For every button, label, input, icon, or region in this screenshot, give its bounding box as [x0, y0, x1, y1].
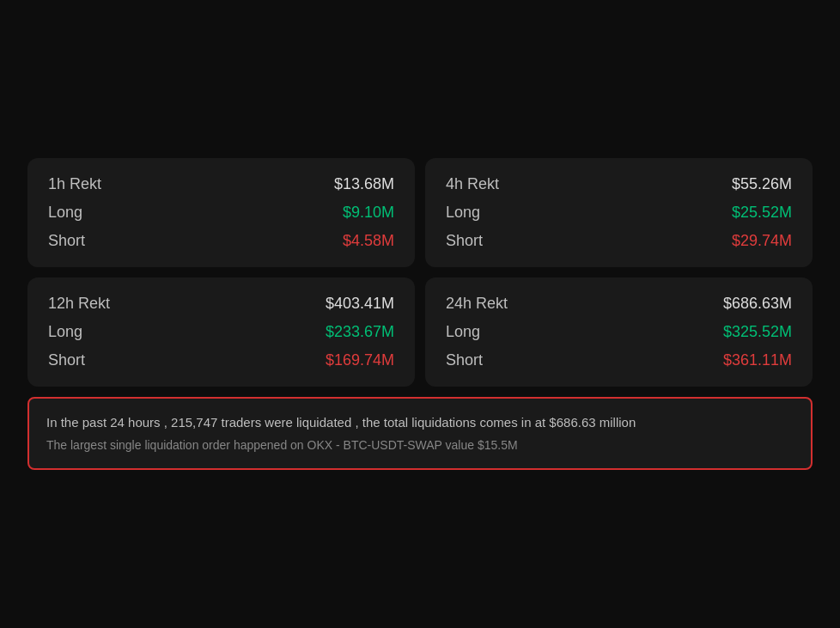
- card-4h-long-label: Long: [446, 204, 480, 222]
- card-1h-long-row: Long $9.10M: [48, 204, 394, 222]
- card-1h-short-value: $4.58M: [343, 232, 394, 250]
- card-4h-title-row: 4h Rekt $55.26M: [446, 175, 792, 193]
- info-box: In the past 24 hours , 215,747 traders w…: [27, 397, 813, 470]
- card-24h-short-row: Short $361.11M: [446, 351, 792, 369]
- card-12h-short-row: Short $169.74M: [48, 351, 394, 369]
- card-1h-title: 1h Rekt: [48, 175, 101, 193]
- info-secondary-text: The largest single liquidation order hap…: [46, 436, 794, 454]
- card-12h: 12h Rekt $403.41M Long $233.67M Short $1…: [27, 277, 415, 387]
- card-24h-title: 24h Rekt: [446, 295, 508, 313]
- card-24h-long-value: $325.52M: [723, 323, 792, 341]
- card-24h-short-value: $361.11M: [723, 351, 792, 369]
- card-1h-title-row: 1h Rekt $13.68M: [48, 175, 394, 193]
- card-4h-total: $55.26M: [732, 175, 792, 193]
- card-12h-short-value: $169.74M: [326, 351, 394, 369]
- card-1h-short-label: Short: [48, 232, 85, 250]
- card-12h-long-label: Long: [48, 323, 82, 341]
- card-4h-long-row: Long $25.52M: [446, 204, 792, 222]
- card-4h-short-row: Short $29.74M: [446, 232, 792, 250]
- card-12h-total: $403.41M: [326, 295, 394, 313]
- card-1h-total: $13.68M: [334, 175, 394, 193]
- card-24h: 24h Rekt $686.63M Long $325.52M Short $3…: [425, 277, 813, 387]
- card-24h-title-row: 24h Rekt $686.63M: [446, 295, 792, 313]
- info-primary-text: In the past 24 hours , 215,747 traders w…: [46, 412, 794, 433]
- card-12h-long-value: $233.67M: [326, 323, 394, 341]
- card-1h: 1h Rekt $13.68M Long $9.10M Short $4.58M: [27, 158, 415, 267]
- card-24h-short-label: Short: [446, 351, 483, 369]
- card-4h-long-value: $25.52M: [732, 204, 792, 222]
- card-1h-long-value: $9.10M: [343, 204, 394, 222]
- card-12h-title: 12h Rekt: [48, 295, 110, 313]
- card-4h: 4h Rekt $55.26M Long $25.52M Short $29.7…: [425, 158, 813, 267]
- card-1h-short-row: Short $4.58M: [48, 232, 394, 250]
- card-12h-title-row: 12h Rekt $403.41M: [48, 295, 394, 313]
- main-container: 1h Rekt $13.68M Long $9.10M Short $4.58M…: [14, 144, 826, 484]
- card-24h-long-label: Long: [446, 323, 480, 341]
- stats-grid: 1h Rekt $13.68M Long $9.10M Short $4.58M…: [27, 158, 813, 387]
- card-24h-total: $686.63M: [723, 295, 792, 313]
- card-24h-long-row: Long $325.52M: [446, 323, 792, 341]
- card-12h-short-label: Short: [48, 351, 85, 369]
- card-1h-long-label: Long: [48, 204, 82, 222]
- card-4h-short-label: Short: [446, 232, 483, 250]
- card-4h-short-value: $29.74M: [732, 232, 792, 250]
- card-4h-title: 4h Rekt: [446, 175, 499, 193]
- card-12h-long-row: Long $233.67M: [48, 323, 394, 341]
